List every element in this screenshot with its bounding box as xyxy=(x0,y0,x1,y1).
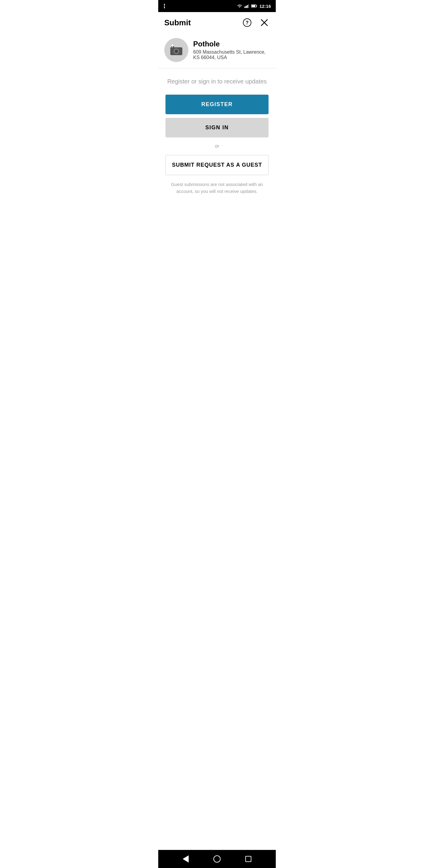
svg-rect-9 xyxy=(251,5,255,7)
bottom-nav xyxy=(158,850,276,868)
back-icon xyxy=(183,855,189,863)
close-button[interactable] xyxy=(259,17,270,28)
signal-icon xyxy=(244,4,249,8)
svg-rect-0 xyxy=(164,4,165,5)
request-card: Pothole 609 Massachusetts St, Lawrence, … xyxy=(158,33,276,68)
camera-icon xyxy=(170,44,183,56)
help-icon: ? xyxy=(243,18,252,27)
svg-rect-3 xyxy=(244,7,245,8)
recents-button[interactable] xyxy=(243,854,254,864)
request-address: 609 Massachusetts St, Lawrence, KS 66044… xyxy=(193,50,270,60)
recents-icon xyxy=(245,856,251,862)
page-title: Submit xyxy=(164,18,191,27)
request-type: Pothole xyxy=(193,40,270,48)
svg-rect-8 xyxy=(256,5,257,7)
signin-button[interactable]: SIGN IN xyxy=(165,118,269,137)
header-actions: ? xyxy=(241,17,270,28)
svg-rect-6 xyxy=(248,4,249,8)
wifi-icon xyxy=(237,4,243,8)
status-bar: 12:16 xyxy=(158,0,276,12)
prompt-text: Register or sign in to receive updates xyxy=(167,78,267,85)
status-bar-right: 12:16 xyxy=(237,4,271,9)
help-button[interactable]: ? xyxy=(241,17,253,28)
battery-icon xyxy=(251,4,258,8)
svg-rect-4 xyxy=(246,6,247,8)
home-button[interactable] xyxy=(211,853,223,865)
close-icon xyxy=(260,19,269,27)
app-header: Submit ? xyxy=(158,12,276,33)
svg-text:?: ? xyxy=(246,20,249,25)
request-photo[interactable] xyxy=(164,38,188,62)
status-bar-left xyxy=(163,3,168,9)
or-divider: or xyxy=(215,144,219,149)
notification-icon xyxy=(163,3,168,9)
main-content: Register or sign in to receive updates R… xyxy=(158,68,276,850)
svg-point-16 xyxy=(175,50,178,53)
register-button[interactable]: REGISTER xyxy=(165,95,269,114)
home-icon xyxy=(213,855,221,863)
guest-submit-button[interactable]: SUBMIT REQUEST AS A GUEST xyxy=(165,155,269,175)
time-display: 12:16 xyxy=(259,4,271,9)
svg-rect-5 xyxy=(247,5,248,8)
back-button[interactable] xyxy=(180,853,191,865)
guest-note: Guest submissions are not associated wit… xyxy=(169,181,265,195)
svg-rect-2 xyxy=(164,7,165,8)
request-info: Pothole 609 Massachusetts St, Lawrence, … xyxy=(193,40,270,60)
svg-rect-1 xyxy=(164,6,165,7)
